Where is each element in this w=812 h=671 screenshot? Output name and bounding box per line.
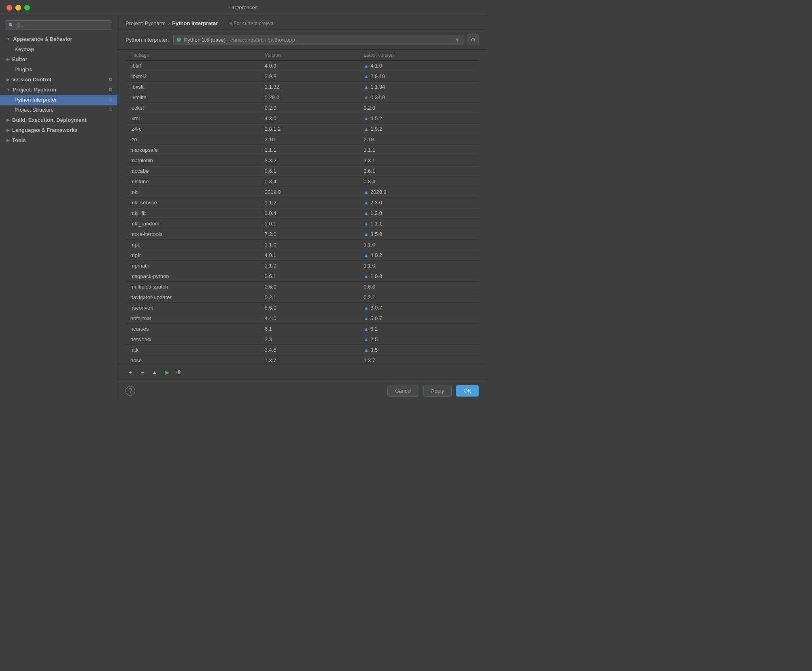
package-version: 1.1.0 xyxy=(260,261,359,271)
table-row[interactable]: locket0.2.00.2.0 xyxy=(125,103,479,113)
apply-button[interactable]: Apply xyxy=(423,385,452,397)
chevron-down-icon: ▼ xyxy=(455,37,460,43)
sidebar-item-project-structure[interactable]: Project Structure ⧉ xyxy=(0,105,117,115)
package-version: 2.9.8 xyxy=(260,71,359,82)
remove-package-button[interactable]: − xyxy=(138,367,147,377)
table-row[interactable]: navigator-updater0.2.10.2.1 xyxy=(125,292,479,303)
table-row[interactable]: nltk3.4.5▲3.5 xyxy=(125,345,479,355)
col-package: Package xyxy=(125,50,260,61)
table-row[interactable]: mkl_random1.0.1▲1.1.1 xyxy=(125,219,479,229)
sidebar-item-editor[interactable]: ▶ Editor xyxy=(0,54,117,64)
maximize-button[interactable] xyxy=(24,5,30,11)
table-row[interactable]: lxml4.3.0▲4.5.2 xyxy=(125,113,479,124)
package-version: 1.1.2 xyxy=(260,197,359,208)
table-row[interactable]: llvmlite0.29.0▲0.34.0 xyxy=(125,92,479,103)
package-latest-version: ▲1.0.0 xyxy=(359,271,479,282)
package-name: nltk xyxy=(125,345,260,355)
table-row[interactable]: libxslt1.1.32▲1.1.34 xyxy=(125,82,479,92)
table-row[interactable]: lzo2.102.10 xyxy=(125,134,479,145)
breadcrumb-separator: › xyxy=(168,20,170,26)
sidebar-item-tools[interactable]: ▶ Tools xyxy=(0,135,117,145)
upgrade-arrow-icon: ▲ xyxy=(363,326,369,332)
upgrade-arrow-icon: ▲ xyxy=(363,252,369,258)
package-name: nose xyxy=(125,355,260,365)
package-latest-version: ▲6.2 xyxy=(359,324,479,334)
sidebar-item-project[interactable]: ▼ Project: Pycharm ⧉ xyxy=(0,85,117,95)
upgrade-arrow-icon: ▲ xyxy=(363,84,369,90)
package-latest-version: ▲2.5 xyxy=(359,334,479,345)
close-button[interactable] xyxy=(6,5,12,11)
table-row[interactable]: nbconvert5.6.0▲6.0.7 xyxy=(125,303,479,313)
package-name: mkl-service xyxy=(125,197,260,208)
eye-button[interactable]: 👁 xyxy=(174,367,184,377)
sidebar-item-build[interactable]: ▶ Build, Execution, Deployment xyxy=(0,115,117,125)
table-row[interactable]: nose1.3.71.3.7 xyxy=(125,355,479,365)
package-version: 1.0.4 xyxy=(260,208,359,219)
package-name: nbformat xyxy=(125,313,260,324)
interpreter-select[interactable]: Python 3.6 (base) ~/anaconda3/bin/python… xyxy=(173,35,463,45)
sidebar-item-plugins[interactable]: Plugins xyxy=(0,64,117,74)
table-row[interactable]: mkl_fft1.0.4▲1.2.0 xyxy=(125,208,479,219)
add-package-button[interactable]: + xyxy=(125,367,135,377)
upgrade-arrow-icon: ▲ xyxy=(363,189,369,195)
package-version: 0.6.1 xyxy=(260,271,359,282)
upgrade-arrow-icon: ▲ xyxy=(363,63,369,69)
table-row[interactable]: more-itertools7.2.0▲8.5.0 xyxy=(125,229,479,240)
titlebar: Preferences xyxy=(0,0,487,15)
sidebar-item-python-interpreter[interactable]: Python Interpreter ⧉ xyxy=(0,95,117,105)
package-version: 3.3.2 xyxy=(260,155,359,166)
sidebar-item-label: Project Structure xyxy=(15,107,54,113)
sidebar-item-version-control[interactable]: ▶ Version Control ⧉ xyxy=(0,74,117,85)
table-row[interactable]: ncurses6.1▲6.2 xyxy=(125,324,479,334)
table-row[interactable]: libxml22.9.8▲2.9.10 xyxy=(125,71,479,82)
col-version: Version xyxy=(260,50,359,61)
table-row[interactable]: mkl-service1.1.2▲2.3.0 xyxy=(125,197,479,208)
table-row[interactable]: libtiff4.0.9▲4.1.0 xyxy=(125,61,479,71)
minimize-button[interactable] xyxy=(15,5,21,11)
package-version: 1.1.0 xyxy=(260,240,359,250)
ok-button[interactable]: OK xyxy=(456,385,479,397)
package-name: msgpack-python xyxy=(125,271,260,282)
package-name: mccabe xyxy=(125,166,260,176)
package-version: 6.1 xyxy=(260,324,359,334)
table-row[interactable]: mpfr4.0.1▲4.0.2 xyxy=(125,250,479,261)
table-row[interactable]: msgpack-python0.6.1▲1.0.0 xyxy=(125,271,479,282)
chevron-down-icon: ▼ xyxy=(6,87,11,92)
table-row[interactable]: networkx2.3▲2.5 xyxy=(125,334,479,345)
for-current-project: ⊞ For current project xyxy=(228,21,273,26)
run-button[interactable]: ▶ xyxy=(162,367,172,377)
sidebar-item-appearance[interactable]: ▼ Appearance & Behavior xyxy=(0,34,117,44)
table-row[interactable]: matplotlib3.3.23.3.1 xyxy=(125,155,479,166)
sidebar-item-label: Languages & Frameworks xyxy=(12,127,78,133)
package-latest-version: ▲5.0.7 xyxy=(359,313,479,324)
footer: ? Cancel Apply OK xyxy=(117,380,487,401)
search-box[interactable]: 🔍 xyxy=(5,20,112,30)
table-row[interactable]: mpmath1.1.01.1.0 xyxy=(125,261,479,271)
sidebar-item-label: Version Control xyxy=(12,76,51,83)
package-version: 0.6.1 xyxy=(260,166,359,176)
package-latest-version: 1.1.0 xyxy=(359,240,479,250)
content-area: Project: Pycharm › Python Interpreter ⊞ … xyxy=(117,15,487,401)
table-row[interactable]: mkl2019.0▲2020.2 xyxy=(125,187,479,197)
help-button[interactable]: ? xyxy=(125,386,135,396)
package-latest-version: ▲1.1.1 xyxy=(359,219,479,229)
package-name: mpfr xyxy=(125,250,260,261)
table-row[interactable]: markupsafe1.1.11.1.1 xyxy=(125,145,479,155)
table-row[interactable]: mccabe0.6.10.6.1 xyxy=(125,166,479,176)
search-input[interactable] xyxy=(17,22,108,28)
table-row[interactable]: multipledispatch0.6.00.6.0 xyxy=(125,282,479,292)
upgrade-arrow-icon: ▲ xyxy=(363,126,369,132)
table-row[interactable]: nbformat4.4.0▲5.0.7 xyxy=(125,313,479,324)
interpreter-gear-button[interactable]: ⚙ xyxy=(468,34,479,45)
table-row[interactable]: mpc1.1.01.1.0 xyxy=(125,240,479,250)
upgrade-package-button[interactable]: ▲ xyxy=(150,367,159,377)
package-version: 4.3.0 xyxy=(260,113,359,124)
package-name: lzo xyxy=(125,134,260,145)
sidebar-item-languages[interactable]: ▶ Languages & Frameworks xyxy=(0,125,117,135)
package-version: 1.1.1 xyxy=(260,145,359,155)
table-row[interactable]: mistune0.8.40.8.4 xyxy=(125,176,479,187)
cancel-button[interactable]: Cancel xyxy=(387,385,419,397)
sidebar-item-label: Build, Execution, Deployment xyxy=(12,117,86,123)
sidebar-item-keymap[interactable]: Keymap xyxy=(0,44,117,54)
table-row[interactable]: lz4-c1.8.1.2▲1.9.2 xyxy=(125,124,479,134)
